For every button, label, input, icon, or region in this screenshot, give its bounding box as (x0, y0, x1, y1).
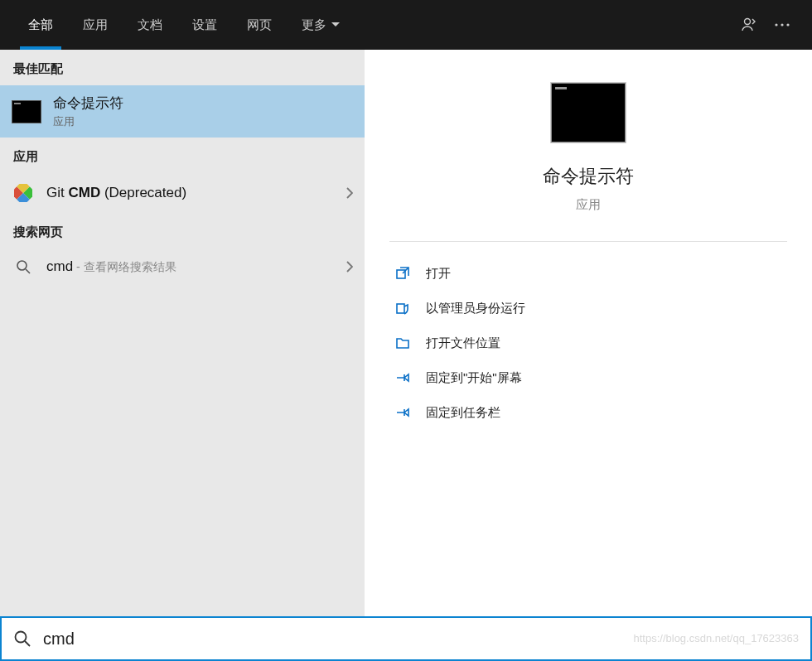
open-icon (394, 265, 411, 282)
action-open-location-label: 打开文件位置 (426, 335, 500, 351)
search-icon (13, 630, 31, 648)
results-panel: 最佳匹配 命令提示符 应用 应用 Git CMD (Deprecated) 搜索… (0, 50, 365, 616)
tab-web[interactable]: 网页 (232, 0, 287, 50)
action-pin-start-label: 固定到"开始"屏幕 (426, 370, 522, 386)
chevron-down-icon (331, 22, 340, 27)
action-pin-taskbar-label: 固定到任务栏 (426, 405, 500, 421)
section-apps: 应用 (0, 138, 365, 173)
web-hint: - 查看网络搜索结果 (73, 260, 176, 273)
tabs-container: 全部 应用 文档 设置 网页 更多 (13, 0, 355, 50)
result-texts: 命令提示符 应用 (53, 94, 123, 129)
result-web-search[interactable]: cmd - 查看网络搜索结果 (0, 248, 365, 285)
action-run-admin-label: 以管理员身份运行 (426, 301, 525, 316)
shield-admin-icon (394, 300, 411, 316)
svg-point-8 (17, 261, 27, 270)
svg-point-2 (781, 23, 783, 26)
main-area: 最佳匹配 命令提示符 应用 应用 Git CMD (Deprecated) 搜索… (0, 50, 812, 616)
cmd-thumbnail-icon (12, 100, 41, 123)
preview-title: 命令提示符 (543, 164, 634, 189)
actions-list: 打开 以管理员身份运行 打开文件位置 固定到"开始"屏幕 (365, 242, 812, 427)
svg-point-3 (786, 23, 789, 26)
search-bar[interactable] (0, 616, 812, 661)
web-query-text: cmd - 查看网络搜索结果 (46, 258, 176, 275)
chevron-right-icon (346, 261, 353, 273)
git-icon (12, 181, 35, 205)
top-tab-bar: 全部 应用 文档 设置 网页 更多 (0, 0, 812, 50)
tab-apps[interactable]: 应用 (68, 0, 123, 50)
svg-point-0 (745, 19, 751, 25)
svg-point-1 (775, 23, 777, 26)
action-open[interactable]: 打开 (389, 258, 787, 288)
result-git-cmd[interactable]: Git CMD (Deprecated) (0, 173, 365, 213)
search-input[interactable] (43, 630, 799, 649)
action-run-admin[interactable]: 以管理员身份运行 (389, 293, 787, 323)
search-icon (12, 259, 35, 274)
pin-icon (394, 404, 411, 421)
result-git-title: Git CMD (Deprecated) (46, 185, 186, 201)
svg-rect-10 (397, 304, 404, 313)
preview-subtitle: 应用 (576, 197, 601, 213)
svg-point-11 (16, 632, 27, 643)
preview-thumbnail-icon (551, 83, 626, 142)
more-options-icon[interactable] (766, 8, 799, 41)
git-bold: CMD (68, 185, 100, 200)
git-prefix: Git (46, 185, 68, 200)
result-best-match[interactable]: 命令提示符 应用 (0, 85, 365, 138)
folder-location-icon (394, 335, 411, 351)
result-title: 命令提示符 (53, 94, 123, 113)
tab-all[interactable]: 全部 (13, 0, 68, 50)
tab-settings[interactable]: 设置 (177, 0, 232, 50)
chevron-right-icon (346, 187, 353, 199)
action-pin-taskbar[interactable]: 固定到任务栏 (389, 398, 787, 427)
git-suffix: (Deprecated) (100, 185, 186, 200)
section-best-match: 最佳匹配 (0, 50, 365, 85)
section-web: 搜索网页 (0, 213, 365, 248)
tab-more[interactable]: 更多 (287, 0, 355, 50)
feedback-icon[interactable] (732, 8, 766, 41)
web-query: cmd (46, 258, 73, 274)
pin-icon (394, 369, 411, 386)
result-subtitle: 应用 (53, 114, 123, 129)
action-open-label: 打开 (426, 266, 451, 282)
tab-docs[interactable]: 文档 (123, 0, 177, 50)
tab-more-label: 更多 (302, 17, 326, 33)
action-open-location[interactable]: 打开文件位置 (389, 328, 787, 358)
action-pin-start[interactable]: 固定到"开始"屏幕 (389, 363, 787, 393)
preview-panel: 命令提示符 应用 打开 以管理员身份运行 打开文件位置 (365, 50, 812, 616)
